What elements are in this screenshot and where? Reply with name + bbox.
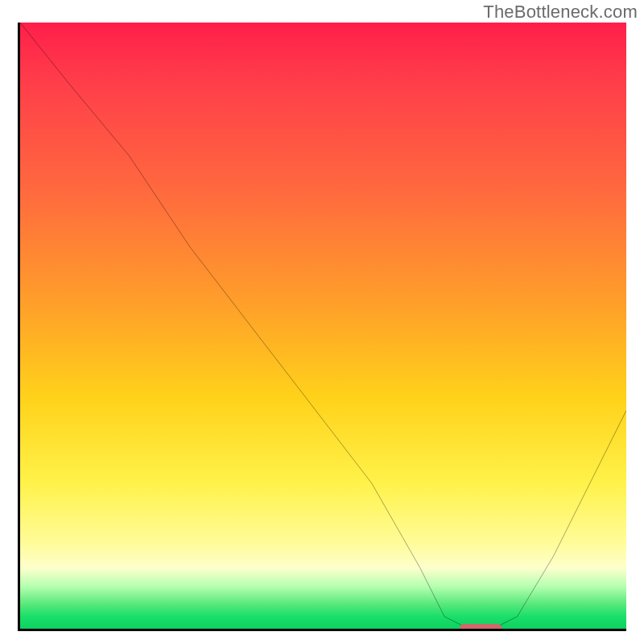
optimum-marker	[460, 624, 502, 631]
bottleneck-curve	[20, 23, 626, 629]
chart-frame: TheBottleneck.com	[0, 0, 644, 644]
watermark-text: TheBottleneck.com	[483, 2, 638, 23]
plot-area	[18, 23, 626, 631]
curve-path	[20, 23, 626, 629]
